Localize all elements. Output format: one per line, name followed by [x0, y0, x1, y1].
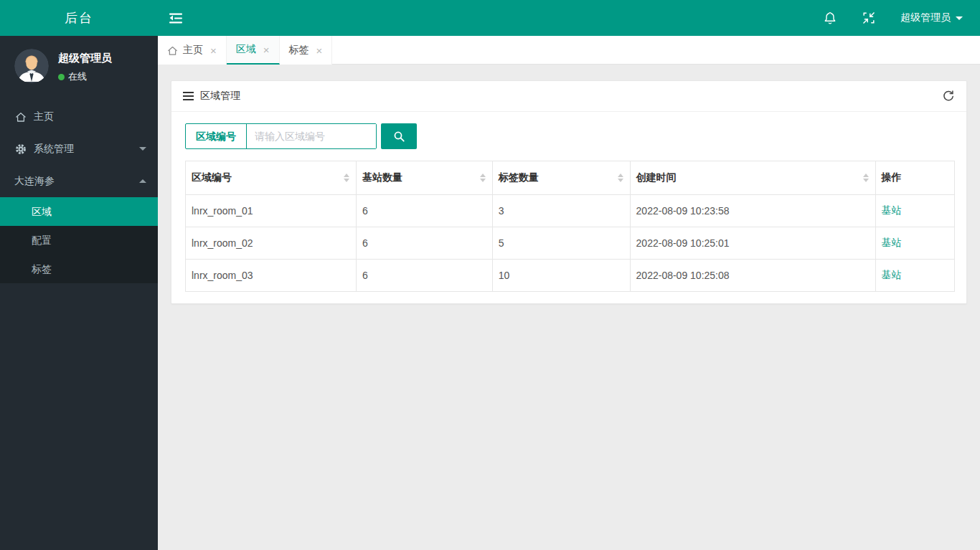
- cell-created-at: 2022-08-09 10:25:01: [630, 227, 875, 260]
- sort-icon: [618, 174, 623, 182]
- refresh-icon: [942, 90, 955, 103]
- close-icon[interactable]: ×: [210, 45, 217, 56]
- sidebar-item-dalian-haishen[interactable]: 大连海参: [0, 165, 158, 197]
- cell-area-id: lnrx_room_01: [186, 195, 357, 227]
- cell-tags: 5: [492, 227, 630, 260]
- area-table: 区域编号 基站数量 标签数量: [185, 161, 955, 292]
- notifications-button[interactable]: [811, 0, 849, 36]
- column-header-base-stations[interactable]: 基站数量: [356, 161, 492, 195]
- sort-icon: [344, 174, 349, 182]
- exit-fullscreen-button[interactable]: [849, 0, 888, 36]
- sidebar-item-home[interactable]: 主页: [0, 100, 158, 133]
- search-group: 区域编号: [185, 123, 377, 149]
- user-menu-label: 超级管理员: [900, 11, 951, 24]
- cell-area-id: lnrx_room_03: [186, 260, 357, 292]
- sidebar-user-info: 超级管理员 在线: [58, 49, 112, 83]
- sidebar-item-label: 主页: [34, 110, 54, 123]
- caret-down-icon: [956, 16, 963, 20]
- column-header-tags[interactable]: 标签数量: [492, 161, 630, 195]
- sidebar-submenu: 区域 配置 标签: [0, 197, 158, 283]
- cell-tags: 3: [492, 195, 630, 227]
- gear-icon: [15, 143, 27, 155]
- search-input[interactable]: [247, 124, 376, 148]
- cell-created-at: 2022-08-09 10:25:08: [630, 260, 875, 292]
- cell-base-stations: 6: [356, 227, 492, 260]
- cell-tags: 10: [492, 260, 630, 292]
- tab-home[interactable]: 主页 ×: [158, 36, 227, 65]
- base-station-link[interactable]: 基站: [882, 204, 902, 216]
- compress-screen-icon: [862, 11, 876, 25]
- navbar-main: 超级管理员: [158, 0, 980, 36]
- tab-tag[interactable]: 标签 ×: [280, 36, 333, 65]
- tab-label: 区域: [236, 43, 256, 56]
- home-icon: [15, 111, 27, 123]
- cell-base-stations: 6: [356, 195, 492, 227]
- sidebar-user-name: 超级管理员: [58, 52, 112, 65]
- avatar: [14, 49, 49, 83]
- sidebar-menu: 主页 系统管理 大连海参 区域 配置 标签: [0, 100, 158, 283]
- user-menu[interactable]: 超级管理员: [888, 0, 980, 36]
- sidebar-item-label: 系统管理: [34, 143, 74, 156]
- sidebar-user-status[interactable]: 在线: [58, 70, 112, 83]
- caret-down-icon: [139, 147, 146, 151]
- cell-created-at: 2022-08-09 10:23:58: [630, 195, 875, 227]
- table-header-row: 区域编号 基站数量 标签数量: [186, 161, 955, 195]
- app-logo[interactable]: 后台: [0, 0, 158, 36]
- search-row: 区域编号: [185, 123, 955, 149]
- bell-icon: [823, 11, 837, 26]
- sidebar-subitem-tag[interactable]: 标签: [0, 255, 158, 283]
- close-icon[interactable]: ×: [263, 44, 270, 55]
- panel-header: 区域管理: [171, 81, 966, 112]
- sidebar-item-label: 大连海参: [14, 175, 55, 188]
- search-button[interactable]: [381, 123, 417, 149]
- refresh-button[interactable]: [942, 90, 955, 103]
- area-management-panel: 区域管理 区域编号: [171, 80, 967, 304]
- online-status-label: 在线: [68, 70, 87, 83]
- close-icon[interactable]: ×: [316, 45, 323, 56]
- cell-area-id: lnrx_room_02: [186, 227, 357, 260]
- sidebar-subitem-area[interactable]: 区域: [0, 197, 158, 226]
- home-icon: [167, 45, 178, 56]
- sidebar-subitem-config[interactable]: 配置: [0, 226, 158, 255]
- sort-icon: [863, 174, 869, 182]
- table-row: lnrx_room_01 6 3 2022-08-09 10:23:58 基站: [186, 195, 955, 227]
- table-row: lnrx_room_03 6 10 2022-08-09 10:25:08 基站: [186, 260, 955, 292]
- base-station-link[interactable]: 基站: [882, 237, 902, 248]
- sidebar-user-panel: 超级管理员 在线: [0, 36, 158, 83]
- caret-up-icon: [139, 179, 146, 183]
- column-header-actions: 操作: [875, 161, 954, 195]
- panel-body: 区域编号: [171, 112, 966, 303]
- search-icon: [393, 131, 405, 143]
- panel-menu-icon[interactable]: [183, 92, 194, 100]
- column-header-area-id[interactable]: 区域编号: [186, 161, 357, 195]
- toggle-lines-icon: [169, 13, 183, 24]
- tabbar: 主页 × 区域 × 标签 ×: [158, 36, 980, 65]
- sidebar-toggle-icon[interactable]: [158, 0, 194, 36]
- search-field-label[interactable]: 区域编号: [186, 124, 247, 148]
- sort-icon: [480, 174, 486, 182]
- sidebar-item-system-management[interactable]: 系统管理: [0, 133, 158, 165]
- online-status-dot: [58, 74, 65, 80]
- cell-base-stations: 6: [356, 260, 492, 292]
- base-station-link[interactable]: 基站: [882, 269, 902, 280]
- main-content: 主页 × 区域 × 标签 × 区域管理: [158, 0, 980, 550]
- top-navbar: 后台: [0, 0, 980, 36]
- column-header-created-at[interactable]: 创建时间: [630, 161, 875, 195]
- content-body: 区域管理 区域编号: [158, 65, 980, 550]
- tab-label: 标签: [289, 44, 309, 57]
- tab-label: 主页: [183, 44, 203, 57]
- navbar-right: 超级管理员: [811, 0, 980, 36]
- sidebar: 超级管理员 在线 主页 系统管理: [0, 36, 158, 550]
- tab-area[interactable]: 区域 ×: [227, 36, 280, 65]
- panel-title: 区域管理: [200, 90, 240, 103]
- table-row: lnrx_room_02 6 5 2022-08-09 10:25:01 基站: [186, 227, 955, 260]
